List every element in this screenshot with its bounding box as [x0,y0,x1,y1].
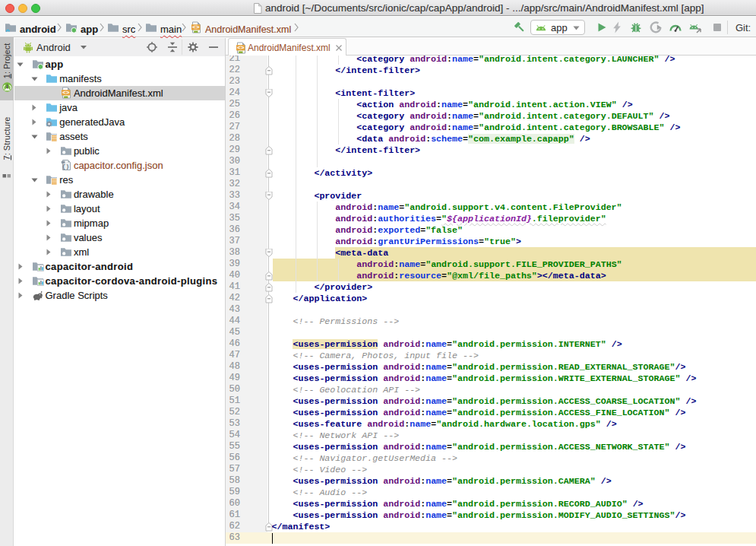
svg-text:{): {) [62,163,69,170]
svg-text:<>: <> [192,24,200,30]
svg-text:<>: <> [62,89,70,96]
svg-text:<>: <> [237,44,245,51]
